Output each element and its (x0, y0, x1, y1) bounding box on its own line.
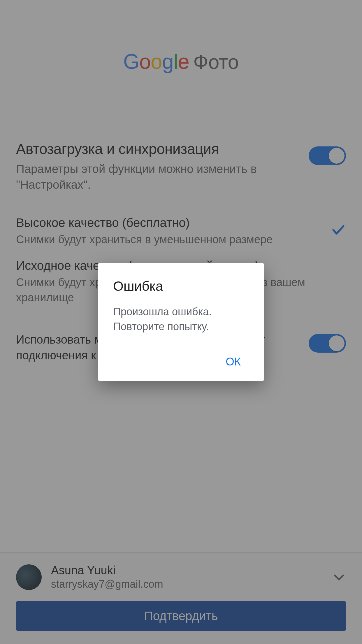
modal-overlay[interactable]: Ошибка Произошла ошибка. Повторите попыт… (0, 0, 362, 644)
dialog-body: Произошла ошибка. Повторите попытку. (113, 304, 249, 334)
error-dialog: Ошибка Произошла ошибка. Повторите попыт… (98, 263, 264, 381)
dialog-title: Ошибка (113, 278, 249, 294)
dialog-ok-button[interactable]: ОК (217, 351, 249, 372)
